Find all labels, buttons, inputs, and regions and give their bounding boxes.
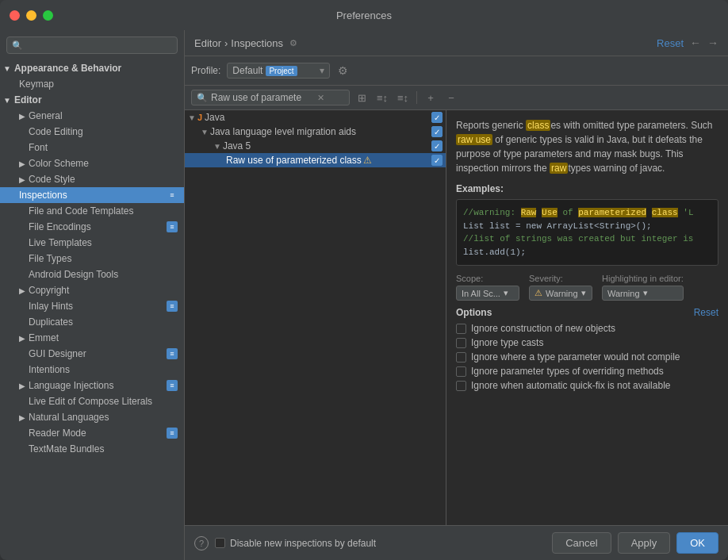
option-checkbox-1[interactable] <box>456 324 466 334</box>
sidebar-item-label: Color Scheme <box>29 158 89 169</box>
help-button[interactable]: ? <box>194 536 209 550</box>
tree-item-java[interactable]: ▼ J Java ✓ <box>185 110 446 125</box>
tree-item-java-migration[interactable]: ▼ Java language level migration aids ✓ <box>185 125 446 139</box>
tree-item-java5[interactable]: ▼ Java 5 ✓ <box>185 139 446 153</box>
chevron-down-icon: ▼ <box>201 128 209 136</box>
sidebar-item-gui-designer[interactable]: GUI Designer ≡ <box>0 346 184 362</box>
sidebar-item-code-editing[interactable]: Code Editing <box>0 124 184 140</box>
filter-toolbar: 🔍 ✕ ⊞ ≡↕ ≡↕ + − <box>185 86 728 110</box>
sidebar-item-file-code-templates[interactable]: File and Code Templates <box>0 203 184 219</box>
sidebar-item-keymap[interactable]: Keymap <box>0 76 184 92</box>
sidebar-item-label: Inlay Hints <box>29 301 73 312</box>
nav-back-button[interactable]: ← <box>690 36 701 49</box>
filter-button[interactable]: ⊞ <box>353 89 370 106</box>
remove-button[interactable]: − <box>443 89 460 106</box>
search-clear-icon[interactable]: ✕ <box>317 93 324 103</box>
panel-header: Editor › Inspections ⚙ Reset ← → <box>185 30 728 56</box>
right-panel: Editor › Inspections ⚙ Reset ← → Profile… <box>185 30 728 560</box>
sidebar-item-file-types[interactable]: File Types <box>0 251 184 267</box>
option-row-1: Ignore construction of new objects <box>456 323 718 334</box>
sidebar-item-inlay-hints[interactable]: Inlay Hints ≡ <box>0 298 184 314</box>
chevron-right-icon: ▶ <box>19 413 25 422</box>
nav-forward-button[interactable]: → <box>707 36 718 49</box>
sidebar-item-duplicates[interactable]: Duplicates <box>0 314 184 330</box>
disable-inspections-checkbox[interactable] <box>215 538 225 548</box>
sidebar-item-editor[interactable]: ▼ Editor <box>0 92 184 108</box>
sidebar-item-file-encodings[interactable]: File Encodings ≡ <box>0 219 184 235</box>
chevron-down-icon: ▾ <box>581 288 586 298</box>
tree-item-label: Java 5 <box>223 140 251 152</box>
option-checkbox-4[interactable] <box>456 366 466 377</box>
inspection-search-input[interactable] <box>211 92 314 103</box>
expand-all-button[interactable]: ≡↕ <box>374 89 391 106</box>
sidebar-item-appearance[interactable]: ▼ Appearance & Behavior <box>0 60 184 76</box>
sidebar-item-inspections[interactable]: Inspections ≡ <box>0 187 184 203</box>
sidebar-item-font[interactable]: Font <box>0 140 184 155</box>
sidebar-item-color-scheme[interactable]: ▶ Color Scheme <box>0 155 184 171</box>
profile-settings-button[interactable]: ⚙ <box>333 61 352 80</box>
inspections-tree: ▼ J Java ✓ ▼ Java language level migrati… <box>185 110 446 525</box>
ok-button[interactable]: OK <box>676 532 718 554</box>
profile-dropdown[interactable]: Default Project ▾ <box>227 63 330 79</box>
option-checkbox-5[interactable] <box>456 381 466 391</box>
chevron-down-icon: ▾ <box>504 288 508 298</box>
sidebar-item-textmate[interactable]: TextMate Bundles <box>0 441 184 457</box>
sidebar-search-box[interactable]: 🔍 <box>6 36 178 54</box>
sidebar-item-live-templates[interactable]: Live Templates <box>0 235 184 251</box>
close-button[interactable] <box>10 10 20 21</box>
disable-new-inspections-row: Disable new inspections by default <box>215 538 376 549</box>
main-content: 🔍 ▼ Appearance & Behavior Keymap ▼ Edito… <box>0 30 728 560</box>
severity-value: Warning <box>546 289 578 298</box>
content-area: ▼ J Java ✓ ▼ Java language level migrati… <box>185 110 728 525</box>
severity-group: Severity: ⚠ Warning ▾ <box>529 274 592 301</box>
sidebar-item-live-edit[interactable]: Live Edit of Compose Literals <box>0 393 184 409</box>
sidebar-item-language-injections[interactable]: ▶ Language Injections ≡ <box>0 378 184 393</box>
option-checkbox-3[interactable] <box>456 352 466 362</box>
option-row-2: Ignore type casts <box>456 337 718 348</box>
java-migration-checkbox[interactable]: ✓ <box>431 126 443 137</box>
gui-designer-badge: ≡ <box>167 348 178 359</box>
sidebar-item-android-design[interactable]: Android Design Tools <box>0 267 184 282</box>
sidebar-item-intentions[interactable]: Intentions <box>0 362 184 378</box>
file-encodings-badge: ≡ <box>167 221 178 232</box>
tree-item-raw-use[interactable]: Raw use of parameterized class ⚠ ✓ <box>185 153 446 167</box>
search-icon: 🔍 <box>12 40 23 51</box>
scope-group: Scope: In All Sc... ▾ <box>456 274 519 301</box>
sidebar-item-label: Inspections <box>19 190 67 201</box>
sidebar-item-code-style[interactable]: ▶ Code Style <box>0 171 184 187</box>
maximize-button[interactable] <box>43 10 53 21</box>
reset-link[interactable]: Reset <box>657 37 684 49</box>
sidebar-item-reader-mode[interactable]: Reader Mode ≡ <box>0 425 184 441</box>
options-reset-link[interactable]: Reset <box>694 307 718 318</box>
preferences-window: Preferences 🔍 ▼ Appearance & Behavior Ke… <box>0 0 728 560</box>
header-right: Reset ← → <box>657 36 718 49</box>
inlay-hints-badge: ≡ <box>167 301 178 312</box>
add-button[interactable]: + <box>422 89 439 106</box>
java5-checkbox[interactable]: ✓ <box>431 140 443 152</box>
option-checkbox-2[interactable] <box>456 338 466 348</box>
scope-dropdown[interactable]: In All Sc... ▾ <box>456 286 519 301</box>
highlighting-dropdown[interactable]: Warning ▾ <box>602 286 684 301</box>
sidebar-item-emmet[interactable]: ▶ Emmet <box>0 330 184 346</box>
apply-button[interactable]: Apply <box>618 532 671 554</box>
severity-dropdown[interactable]: ⚠ Warning ▾ <box>529 286 592 301</box>
toolbar-separator <box>416 91 417 104</box>
collapse-all-button[interactable]: ≡↕ <box>394 89 412 106</box>
sidebar-item-label: General <box>29 110 63 121</box>
java-checkbox[interactable]: ✓ <box>431 112 443 123</box>
sidebar-item-general[interactable]: ▶ General <box>0 108 184 124</box>
sidebar-item-copyright[interactable]: ▶ Copyright <box>0 282 184 298</box>
inspection-search-box[interactable]: 🔍 ✕ <box>191 90 350 105</box>
minimize-button[interactable] <box>26 10 36 21</box>
chevron-right-icon: ▶ <box>19 286 25 295</box>
sidebar-items-list: ▼ Appearance & Behavior Keymap ▼ Editor … <box>0 60 184 560</box>
cancel-button[interactable]: Cancel <box>552 532 611 554</box>
search-icon: 🔍 <box>197 93 208 103</box>
raw-use-checkbox[interactable]: ✓ <box>431 155 443 166</box>
option-row-3: Ignore where a type parameter would not … <box>456 351 718 362</box>
code-example: //warning: Raw Use of parameterized clas… <box>456 199 718 266</box>
sidebar-item-natural-languages[interactable]: ▶ Natural Languages <box>0 409 184 425</box>
sidebar-item-label: Reader Mode <box>29 428 86 439</box>
sidebar-search-input[interactable] <box>26 40 172 51</box>
bottom-bar: ? Disable new inspections by default Can… <box>185 525 728 560</box>
